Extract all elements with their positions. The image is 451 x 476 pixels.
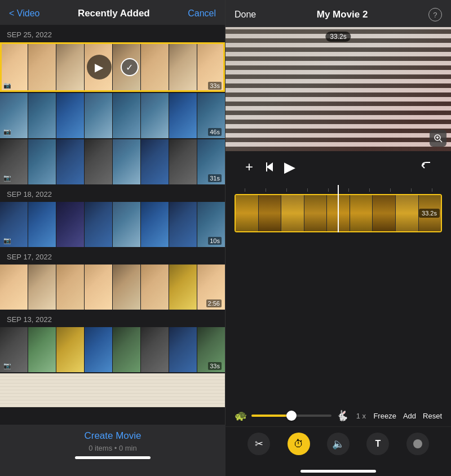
- duration-badge: 31s: [208, 174, 222, 182]
- play-overlay: ▶ ✓: [87, 55, 139, 80]
- create-movie-button[interactable]: Create Movie: [9, 430, 216, 442]
- video-item[interactable]: 📷 31s: [0, 139, 225, 184]
- speed-icon: ⏱: [288, 433, 310, 455]
- video-item[interactable]: 2:56: [0, 265, 225, 310]
- help-icon: ?: [433, 11, 437, 19]
- title-tool-button[interactable]: T: [366, 433, 389, 455]
- timeline-frame: [396, 195, 418, 231]
- done-button[interactable]: Done: [235, 10, 256, 20]
- video-item[interactable]: 📷 46s: [0, 93, 225, 138]
- date-label-sep17: SEP 17, 2022: [0, 247, 225, 265]
- add-button[interactable]: Add: [403, 412, 416, 420]
- play-pause-button[interactable]: ▶: [280, 157, 300, 177]
- help-button[interactable]: ?: [428, 8, 442, 21]
- left-panel: < Video Recently Added Cancel SEP 25, 20…: [0, 0, 226, 476]
- items-info: 0 items • 0 min: [89, 444, 136, 452]
- speed-actions: Freeze Add Reset: [373, 412, 442, 420]
- select-check[interactable]: ✓: [121, 58, 139, 76]
- timeline-frame: [259, 195, 281, 231]
- document-item[interactable]: [0, 373, 225, 407]
- date-label-sep18: SEP 18, 2022: [0, 184, 225, 202]
- svg-marker-4: [266, 162, 273, 171]
- cancel-button[interactable]: Cancel: [188, 8, 216, 19]
- duration-badge: 33s: [208, 82, 222, 90]
- camera-icon: 📷: [3, 237, 11, 244]
- home-indicator: [300, 470, 376, 473]
- date-label-sep25: SEP 25, 2022: [0, 25, 225, 42]
- tools-bar: ✂ ⏱ 🔈 T: [226, 426, 451, 466]
- duration-badge: 10s: [208, 237, 222, 245]
- speed-tool-button[interactable]: ⏱: [288, 433, 310, 455]
- duration-badge: 33s: [208, 362, 222, 370]
- timeline-frame: [373, 195, 395, 231]
- bottom-bar: Create Movie 0 items • 0 min: [0, 425, 226, 476]
- freeze-button[interactable]: Freeze: [373, 412, 396, 420]
- cut-icon: ✂: [247, 433, 270, 455]
- undo-button[interactable]: [417, 157, 437, 177]
- audio-tool-button[interactable]: 🔈: [327, 433, 350, 455]
- speed-bar: 🐢 🐇 1 x Freeze Add Reset: [226, 405, 451, 426]
- preview-overlay: [226, 27, 451, 151]
- page-title: Recently Added: [78, 8, 150, 19]
- title-icon: T: [366, 433, 389, 455]
- timeline-spacer: [226, 235, 451, 257]
- left-header: < Video Recently Added Cancel: [0, 0, 225, 25]
- timeline-frame: [236, 195, 258, 231]
- preview-area: 33.2s: [226, 27, 451, 151]
- transport-bar: + ▶: [226, 151, 451, 183]
- cut-tool-button[interactable]: ✂: [247, 433, 270, 455]
- home-indicator: [75, 456, 151, 459]
- speed-value: 1 x: [353, 412, 369, 420]
- duration-badge: 2:56: [206, 299, 222, 307]
- video-item[interactable]: 📷 33s: [0, 327, 225, 372]
- speed-thumb: [286, 411, 297, 421]
- movie-title: My Movie 2: [317, 9, 368, 20]
- back-button[interactable]: < Video: [9, 8, 39, 19]
- camera-icon: 📷: [3, 174, 11, 182]
- speed-slider-fill: [251, 415, 291, 417]
- svg-line-1: [440, 140, 442, 142]
- home-indicator-right: [226, 466, 451, 476]
- timeline-frame: [281, 195, 304, 231]
- home-indicator-container: [9, 453, 216, 462]
- play-button[interactable]: ▶: [87, 55, 112, 80]
- camera-icon: 📷: [3, 82, 11, 89]
- date-label-sep13: SEP 13, 2022: [0, 310, 225, 327]
- speed-slider[interactable]: [251, 415, 331, 417]
- add-media-button[interactable]: +: [239, 157, 259, 177]
- speed-slow-icon: 🐢: [235, 409, 247, 422]
- video-item[interactable]: 📷 10s: [0, 202, 225, 247]
- right-header: Done My Movie 2 ?: [226, 0, 451, 27]
- timeline-container: 33.2s: [226, 194, 451, 232]
- timeline-wrapper: 33.2s: [226, 183, 451, 405]
- timeline-frame: [304, 195, 327, 231]
- timeline-frame: [350, 195, 373, 231]
- duration-badge: 46s: [208, 128, 222, 136]
- camera-icon: 📷: [3, 362, 11, 369]
- reset-button[interactable]: Reset: [423, 412, 442, 420]
- playhead: [338, 185, 339, 232]
- camera-icon: 📷: [3, 128, 11, 135]
- skip-back-button[interactable]: [259, 157, 280, 177]
- video-list: SEP 25, 2022 ▶ ✓ 📷 33s: [0, 25, 225, 476]
- timeline-duration: 33.2s: [419, 209, 440, 218]
- audio-icon: 🔈: [327, 433, 350, 455]
- video-item[interactable]: ▶ ✓ 📷 33s: [0, 42, 225, 92]
- speed-fast-icon: 🐇: [336, 409, 348, 422]
- zoom-button[interactable]: [430, 130, 446, 147]
- right-panel: Done My Movie 2 ? 33.2s + ▶: [226, 0, 451, 476]
- clip-tool-button[interactable]: [406, 433, 429, 455]
- preview-duration: 33.2s: [325, 32, 351, 42]
- clip-icon: [406, 433, 429, 455]
